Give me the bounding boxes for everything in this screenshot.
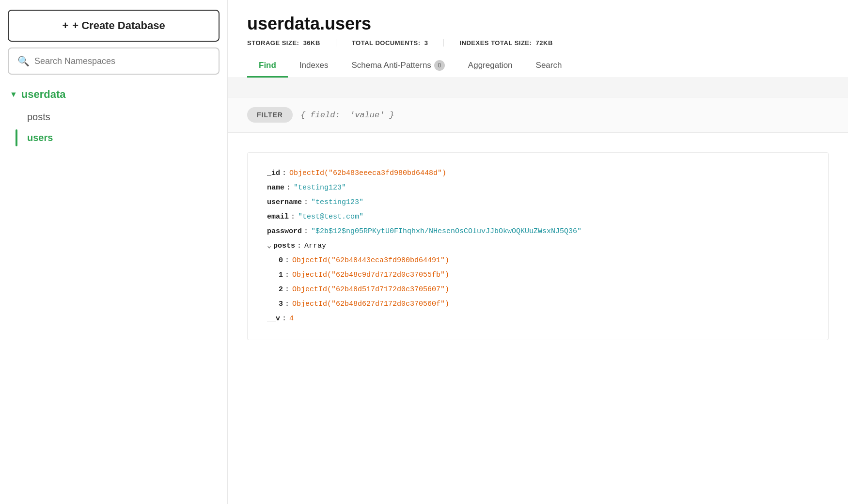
document-card: _id : ObjectId("62b483eeeca3fd980bd6448d… bbox=[247, 152, 829, 340]
posts-array-items: 0 : ObjectId("62b48443eca3fd980bd64491")… bbox=[279, 253, 809, 312]
doc-field-password: password : "$2b$12$ng05RPKytU0FIhqhxh/NH… bbox=[267, 224, 809, 239]
tab-schema-label: Schema Anti-Patterns bbox=[351, 61, 431, 70]
tabs-row: Find Indexes Schema Anti-Patterns 0 Aggr… bbox=[247, 54, 829, 78]
collection-name-users: users bbox=[27, 132, 53, 143]
doc-key-id: _id bbox=[267, 166, 280, 181]
indexes-value: 72KB bbox=[536, 39, 553, 47]
tab-search-label: Search bbox=[536, 61, 562, 70]
doc-key-email: email bbox=[267, 210, 289, 224]
search-namespaces-box: 🔍 bbox=[8, 47, 220, 75]
collection-title: userdata.users bbox=[247, 14, 829, 34]
tab-find-label: Find bbox=[259, 61, 276, 70]
spacer bbox=[228, 78, 848, 97]
sidebar: + + Create Database 🔍 ▼ userdata posts u… bbox=[0, 0, 228, 504]
tab-indexes-label: Indexes bbox=[299, 61, 329, 70]
tab-schema-anti-patterns[interactable]: Schema Anti-Patterns 0 bbox=[340, 54, 456, 78]
posts-value-1: ObjectId("62b48c9d7d7172d0c37055fb") bbox=[292, 268, 449, 283]
posts-value-3: ObjectId("62b48d627d7172d0c370560f") bbox=[292, 297, 449, 312]
filter-button[interactable]: FILTER bbox=[247, 107, 293, 123]
doc-value-username: "testing123" bbox=[311, 195, 363, 210]
tab-find[interactable]: Find bbox=[247, 55, 288, 78]
collection-name-posts: posts bbox=[27, 111, 50, 123]
doc-field-email: email : "test@test.com" bbox=[267, 210, 809, 224]
stat-divider-2 bbox=[443, 39, 444, 47]
tab-indexes[interactable]: Indexes bbox=[288, 55, 340, 78]
posts-item-2: 2 : ObjectId("62b48d517d7172d0c3705607") bbox=[279, 283, 809, 297]
collection-list: posts users bbox=[23, 107, 220, 148]
posts-index-0: 0 bbox=[279, 253, 283, 268]
create-db-label: + Create Database bbox=[72, 19, 165, 32]
stats-row: STORAGE SIZE: 36KB TOTAL DOCUMENTS: 3 IN… bbox=[247, 39, 829, 47]
doc-posts-type: Array bbox=[304, 239, 326, 253]
doc-value-name: "testing123" bbox=[294, 181, 346, 195]
doc-field-id: _id : ObjectId("62b483eeeca3fd980bd6448d… bbox=[267, 166, 809, 181]
doc-key-username: username bbox=[267, 195, 302, 210]
main-header: userdata.users STORAGE SIZE: 36KB TOTAL … bbox=[228, 0, 848, 78]
doc-key-password: password bbox=[267, 224, 302, 239]
posts-value-0: ObjectId("62b48443eca3fd980bd64491") bbox=[292, 253, 449, 268]
nav-tree: ▼ userdata posts users bbox=[8, 84, 220, 148]
tab-search[interactable]: Search bbox=[524, 55, 574, 78]
posts-index-3: 3 bbox=[279, 297, 283, 312]
indexes-label: INDEXES TOTAL SIZE: bbox=[459, 39, 532, 47]
posts-item-0: 0 : ObjectId("62b48443eca3fd980bd64491") bbox=[279, 253, 809, 268]
search-namespaces-input[interactable] bbox=[34, 56, 210, 66]
tab-aggregation-label: Aggregation bbox=[468, 61, 513, 70]
storage-size-value: 36KB bbox=[303, 39, 320, 47]
collection-item-users[interactable]: users bbox=[23, 127, 220, 148]
filter-input[interactable] bbox=[300, 110, 829, 120]
doc-value-v: 4 bbox=[289, 312, 294, 326]
create-database-button[interactable]: + + Create Database bbox=[8, 10, 220, 42]
posts-index-1: 1 bbox=[279, 268, 283, 283]
doc-key-v: __v bbox=[267, 312, 280, 326]
doc-field-v: __v : 4 bbox=[267, 312, 809, 326]
doc-value-id: ObjectId("62b483eeeca3fd980bd6448d") bbox=[289, 166, 446, 181]
database-name: userdata bbox=[21, 88, 66, 101]
main-content: userdata.users STORAGE SIZE: 36KB TOTAL … bbox=[228, 0, 848, 504]
database-item-userdata[interactable]: ▼ userdata bbox=[8, 84, 220, 105]
stat-divider bbox=[336, 39, 336, 47]
doc-key-name: name bbox=[267, 181, 284, 195]
doc-value-email: "test@test.com" bbox=[298, 210, 363, 224]
doc-value-password: "$2b$12$ng05RPKytU0FIhqhxh/NHesenOsCOluv… bbox=[311, 224, 581, 239]
filter-bar: FILTER bbox=[228, 97, 848, 133]
doc-key-posts: posts bbox=[273, 239, 295, 253]
stat-storage-size: STORAGE SIZE: 36KB bbox=[247, 39, 320, 47]
storage-size-label: STORAGE SIZE: bbox=[247, 39, 299, 47]
schema-badge: 0 bbox=[434, 60, 445, 71]
posts-chevron-icon[interactable]: ⌄ bbox=[267, 239, 271, 253]
stat-total-docs: TOTAL DOCUMENTS: 3 bbox=[352, 39, 428, 47]
total-docs-value: 3 bbox=[424, 39, 428, 47]
documents-area[interactable]: _id : ObjectId("62b483eeeca3fd980bd6448d… bbox=[228, 133, 848, 504]
posts-index-2: 2 bbox=[279, 283, 283, 297]
chevron-down-icon: ▼ bbox=[10, 90, 17, 99]
doc-field-posts: ⌄ posts : Array bbox=[267, 239, 809, 253]
plus-icon: + bbox=[62, 19, 68, 32]
collection-item-posts[interactable]: posts bbox=[23, 107, 220, 127]
total-docs-label: TOTAL DOCUMENTS: bbox=[352, 39, 421, 47]
posts-value-2: ObjectId("62b48d517d7172d0c3705607") bbox=[292, 283, 449, 297]
doc-field-name: name : "testing123" bbox=[267, 181, 809, 195]
tab-aggregation[interactable]: Aggregation bbox=[456, 55, 524, 78]
search-icon: 🔍 bbox=[17, 55, 30, 67]
stat-indexes: INDEXES TOTAL SIZE: 72KB bbox=[459, 39, 552, 47]
posts-item-1: 1 : ObjectId("62b48c9d7d7172d0c37055fb") bbox=[279, 268, 809, 283]
posts-item-3: 3 : ObjectId("62b48d627d7172d0c370560f") bbox=[279, 297, 809, 312]
doc-field-username: username : "testing123" bbox=[267, 195, 809, 210]
